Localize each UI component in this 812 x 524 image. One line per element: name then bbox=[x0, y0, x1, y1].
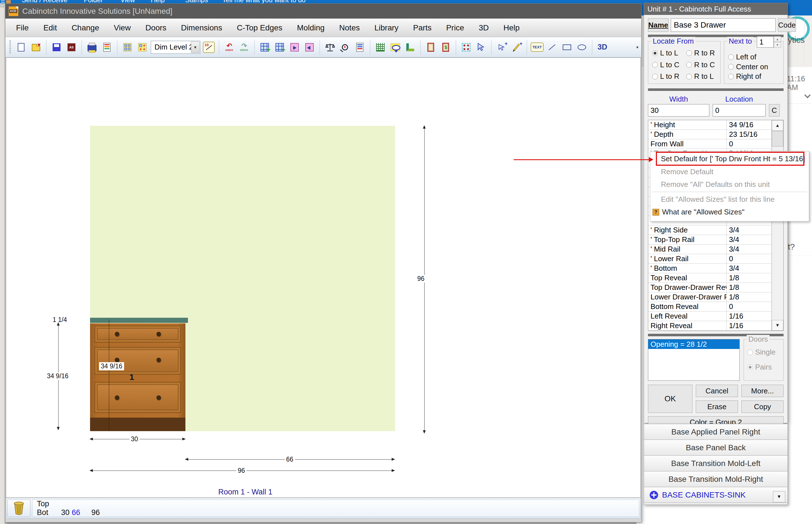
rect-tool-button[interactable] bbox=[561, 41, 574, 54]
list-item-base-panel-back[interactable]: Base Panel Back bbox=[644, 440, 788, 456]
tell-me-box[interactable]: Tell me what you want to do bbox=[222, 0, 305, 3]
table-row[interactable]: ' Right Side3/4 bbox=[648, 225, 772, 235]
line-tool-button[interactable] bbox=[546, 41, 559, 54]
remove-wall-button[interactable]: − bbox=[273, 41, 286, 54]
dim-level-select[interactable]: Dim Level 2 ▼ bbox=[151, 41, 200, 54]
table-row[interactable]: From Wall0 bbox=[648, 139, 772, 149]
radio-pairs[interactable]: Pairs bbox=[747, 363, 783, 372]
pencil-edit-button[interactable]: + bbox=[510, 41, 523, 54]
spinner-up-icon[interactable]: ▴ bbox=[774, 36, 781, 42]
door-price-button[interactable]: $ bbox=[439, 41, 452, 54]
dim-level-dropdown-arrow-icon[interactable]: ▼ bbox=[191, 42, 199, 53]
ribbon-tab-help[interactable]: Help bbox=[151, 0, 165, 3]
radio-right-of[interactable]: Right of bbox=[728, 72, 783, 81]
print-button[interactable] bbox=[85, 41, 98, 54]
menu-library[interactable]: Library bbox=[375, 23, 399, 32]
menu-3d[interactable]: 3D bbox=[479, 23, 489, 32]
name-button[interactable]: Name bbox=[648, 18, 668, 32]
code-button[interactable]: Code bbox=[778, 18, 796, 32]
list-item-base-transition-mold-right[interactable]: Base Transition Mold-Right bbox=[644, 471, 788, 487]
list-item-base-cabinets-sink[interactable]: BASE CABINETS-SINK bbox=[644, 487, 788, 503]
menu-item-edit-allowed-sizes[interactable]: Edit "Allowed Sizes" list for this line bbox=[650, 193, 809, 206]
spinner-down-icon[interactable]: ▾ bbox=[774, 42, 781, 48]
list-scroll-down-icon[interactable]: ▼ bbox=[773, 491, 785, 502]
menu-help[interactable]: Help bbox=[503, 23, 520, 32]
expand-plus-icon[interactable] bbox=[650, 491, 658, 499]
countertop[interactable] bbox=[90, 318, 188, 323]
table-row[interactable]: Lower Drawer-Drawer Reveal1/8 bbox=[648, 292, 772, 302]
menu-dimensions[interactable]: Dimensions bbox=[181, 23, 222, 32]
width-input[interactable] bbox=[648, 104, 709, 116]
scroll-up-icon[interactable]: ▲ bbox=[772, 120, 783, 131]
scale-balance-button[interactable] bbox=[324, 41, 336, 54]
door-style-button[interactable] bbox=[424, 41, 437, 54]
copy-button[interactable]: Copy bbox=[741, 400, 783, 413]
chevron-down-icon[interactable] bbox=[805, 92, 811, 98]
add-wall-button[interactable]: + bbox=[258, 41, 271, 54]
ellipse-tool-button[interactable] bbox=[575, 41, 588, 54]
pointer-add-button[interactable]: + bbox=[495, 41, 508, 54]
redo-button[interactable]: ↷REDO bbox=[238, 41, 251, 54]
table-row[interactable]: ' Height34 9/16 bbox=[648, 120, 772, 130]
center-button[interactable]: C bbox=[769, 104, 780, 116]
table-row[interactable]: Top Drawer-Drawer Reveal1/8 bbox=[648, 283, 772, 292]
drawing-canvas[interactable]: 1 1/4 34 9/16 34 9/16 1 96 30 66 96 Room… bbox=[6, 58, 641, 498]
zoom-in-button[interactable]: + bbox=[338, 41, 351, 54]
base-cabinet-unit-1[interactable] bbox=[90, 323, 185, 417]
ribbon-tab-folder[interactable]: Folder bbox=[84, 0, 103, 3]
toolbar-drag-handle[interactable] bbox=[9, 40, 11, 54]
scroll-thumb[interactable] bbox=[772, 131, 783, 147]
molding-corner-button[interactable] bbox=[404, 41, 417, 54]
name-input[interactable] bbox=[671, 18, 776, 32]
table-row[interactable]: ' Depth23 15/16 bbox=[648, 130, 772, 139]
location-input[interactable] bbox=[713, 104, 766, 116]
measure-button[interactable] bbox=[353, 41, 366, 54]
ok-button[interactable]: OK bbox=[648, 385, 692, 413]
pointer-tool-button[interactable] bbox=[475, 41, 487, 54]
table-row[interactable]: Right Reveal1/16 bbox=[648, 321, 772, 331]
opening-listbox[interactable]: Opening = 28 1/2 bbox=[648, 339, 740, 381]
toolbar-overflow-button[interactable]: ▾ bbox=[636, 45, 639, 49]
radio-l-to-r[interactable]: L to R bbox=[652, 72, 686, 81]
menu-notes[interactable]: Notes bbox=[339, 23, 360, 32]
drawer-front-top[interactable] bbox=[95, 326, 181, 343]
menu-change[interactable]: Change bbox=[71, 23, 99, 32]
drawer-front-bottom[interactable] bbox=[95, 382, 181, 413]
drawer-front-middle[interactable] bbox=[95, 347, 181, 375]
menu-item-remove-all-defaults[interactable]: Remove "All" Defaults on this unit bbox=[650, 178, 809, 191]
opening-item-selected[interactable]: Opening = 28 1/2 bbox=[648, 339, 740, 349]
ribbon-tab-send-receive[interactable]: Send / Receive bbox=[22, 0, 68, 3]
table-row[interactable]: Top Reveal1/8 bbox=[648, 273, 772, 283]
report-button[interactable] bbox=[100, 41, 113, 54]
list-item-base-transition-mold-left[interactable]: Base Transition Mold-Left bbox=[644, 456, 788, 471]
parts-button[interactable] bbox=[460, 41, 473, 54]
scroll-down-icon[interactable]: ▼ bbox=[772, 320, 783, 331]
menu-item-what-are-allowed-sizes[interactable]: ? What are "Allowed Sizes" bbox=[650, 206, 809, 218]
menu-view[interactable]: View bbox=[114, 23, 131, 32]
menu-price[interactable]: Price bbox=[446, 23, 464, 32]
menu-item-remove-default[interactable]: Remove Default bbox=[650, 165, 809, 178]
radio-l-to-l[interactable]: L to L bbox=[652, 49, 686, 58]
radio-r-to-c[interactable]: R to C bbox=[686, 61, 720, 69]
table-row[interactable]: ' Lower Rail0 bbox=[648, 254, 772, 264]
radio-l-to-c[interactable]: L to C bbox=[652, 61, 686, 69]
list-item-base-applied-panel-right[interactable]: Base Applied Panel Right bbox=[644, 424, 788, 440]
table-row[interactable]: ' Mid Rail3/4 bbox=[648, 245, 772, 254]
open-file-button[interactable] bbox=[30, 41, 43, 54]
radio-single[interactable]: Single bbox=[747, 348, 783, 357]
dim-scale-button[interactable]: 10 bbox=[202, 41, 215, 54]
ribbon-tab-stamps[interactable]: Stamps bbox=[185, 0, 208, 3]
more-button[interactable]: More... bbox=[741, 385, 783, 397]
flip-wall-button[interactable] bbox=[303, 41, 316, 54]
radio-r-to-l[interactable]: R to L bbox=[686, 72, 720, 81]
table-row[interactable]: Bottom Reveal0 bbox=[648, 302, 772, 312]
menu-doors[interactable]: Doors bbox=[146, 23, 167, 32]
dialog-title-bar[interactable]: Unit # 1 - Cabinotch Full Access bbox=[644, 3, 788, 15]
ribbon-tab-view[interactable]: View bbox=[120, 0, 135, 3]
table-row[interactable]: !! Ctop Overhang-Front1 bbox=[648, 331, 772, 331]
menu-file[interactable]: File bbox=[16, 23, 29, 32]
menu-ctop-edges[interactable]: C-Top Edges bbox=[237, 23, 282, 32]
menu-molding[interactable]: Molding bbox=[297, 23, 325, 32]
table-row[interactable]: Left Reveal1/16 bbox=[648, 312, 772, 321]
window-add-button[interactable]: +++ bbox=[136, 41, 149, 54]
